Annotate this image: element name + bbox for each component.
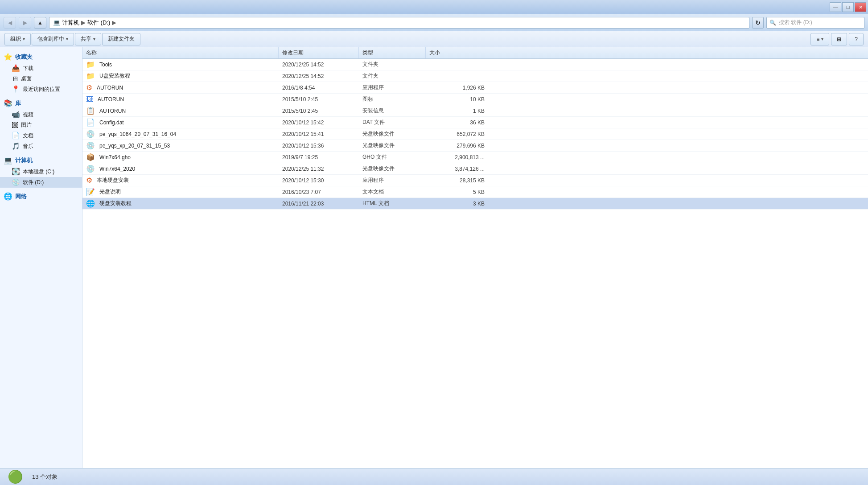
sidebar-item-docs[interactable]: 📄 文档 [0,130,82,141]
refresh-button[interactable]: ↻ [752,17,764,29]
cell-size-3: 10 KB [426,94,488,105]
music-label: 音乐 [23,143,33,150]
sidebar-item-videos[interactable]: 📹 视频 [0,109,82,120]
help-button[interactable]: ? [849,33,864,45]
local-c-label: 本地磁盘 (C:) [23,168,54,176]
cell-name-2: ⚙ AUTORUN [82,82,279,93]
cell-size-7: 279,696 KB [426,140,488,151]
sidebar-section-library: 📚 库 📹 视频 🖼 图片 📄 文档 🎵 音乐 [0,97,82,152]
cell-size-11: 5 KB [426,186,488,197]
new-folder-button[interactable]: 新建文件夹 [102,33,140,45]
cell-type-2: 应用程序 [359,82,426,93]
breadcrumb-drive[interactable]: 软件 (D:) [87,19,110,27]
col-header-name[interactable]: 名称 [82,47,279,58]
view-dropdown-icon: ▾ [821,37,823,41]
images-label: 图片 [21,121,32,129]
sidebar-item-software-d[interactable]: 💿 软件 (D:) [0,177,82,188]
forward-button[interactable]: ▶ [19,17,31,29]
table-row[interactable]: 💿 pe_yqs_1064_20_07_31_16_04 2020/10/12 … [82,128,868,140]
cell-date-3: 2015/5/10 2:45 [279,94,359,105]
cell-date-2: 2016/1/8 4:54 [279,82,359,93]
favorites-label: 收藏夹 [15,53,33,61]
col-header-type[interactable]: 类型 [359,47,426,58]
organize-label: 组织 [10,35,21,43]
file-icon-9: 💿 [86,164,95,173]
file-icon-3: 🖼 [86,95,93,103]
table-row[interactable]: 💿 pe_yqs_xp_20_07_31_15_53 2020/10/12 15… [82,140,868,152]
sidebar-computer-header[interactable]: 💻 计算机 [0,154,82,166]
file-list-header: 名称 修改日期 类型 大小 [82,47,868,59]
recent-icon: 📍 [12,85,20,93]
change-view-button[interactable]: ⊞ [831,33,847,45]
up-button[interactable]: ▲ [34,17,46,29]
table-row[interactable]: 📁 U盘安装教程 2020/12/25 14:52 文件夹 [82,70,868,82]
close-button[interactable]: ✕ [855,2,866,12]
sidebar-item-recent[interactable]: 📍 最近访问的位置 [0,84,82,95]
include-library-label: 包含到库中 [37,35,64,43]
breadcrumb-sep-1: ▶ [81,19,86,26]
share-button[interactable]: 共享 ▾ [75,33,101,45]
breadcrumb[interactable]: 💻 计算机 ▶ 软件 (D:) ▶ [49,17,749,29]
file-icon-1: 📁 [86,72,95,80]
new-folder-label: 新建文件夹 [108,35,135,43]
maximize-button[interactable]: □ [842,2,854,12]
cell-size-4: 1 KB [426,105,488,116]
file-name-11: 光盘说明 [99,188,121,196]
table-row[interactable]: 💿 Win7x64_2020 2020/12/25 11:32 光盘映像文件 3… [82,163,868,175]
table-row[interactable]: ⚙ AUTORUN 2016/1/8 4:54 应用程序 1,926 KB [82,82,868,94]
main-layout: ⭐ 收藏夹 📥 下载 🖥 桌面 📍 最近访问的位置 📚 库 [0,47,868,468]
file-icon-2: ⚙ [86,83,92,92]
table-row[interactable]: 🌐 硬盘安装教程 2016/11/21 22:03 HTML 文档 3 KB [82,198,868,210]
share-label: 共享 [81,35,91,43]
col-header-size[interactable]: 大小 [426,47,488,58]
file-list-area: 名称 修改日期 类型 大小 📁 Tools 2020/12/25 14:52 文… [82,47,868,468]
include-library-button[interactable]: 包含到库中 ▾ [32,33,74,45]
cell-name-12: 🌐 硬盘安装教程 [82,198,279,209]
images-icon: 🖼 [12,121,18,129]
status-app-icon: 🟢 [7,469,23,485]
view-icon: ≡ [816,36,819,42]
refresh-icon: ↻ [755,19,761,26]
file-name-6: pe_yqs_1064_20_07_31_16_04 [99,131,176,137]
share-dropdown-icon: ▾ [93,37,95,41]
status-count: 13 个对象 [32,473,58,481]
sidebar-item-images[interactable]: 🖼 图片 [0,120,82,130]
sidebar-item-desktop[interactable]: 🖥 桌面 [0,74,82,84]
cell-size-12: 3 KB [426,198,488,209]
col-header-date[interactable]: 修改日期 [279,47,359,58]
downloads-label: 下载 [23,65,33,72]
table-row[interactable]: 📄 Config.dat 2020/10/12 15:42 DAT 文件 36 … [82,117,868,128]
sidebar-item-local-c[interactable]: 💽 本地磁盘 (C:) [0,166,82,177]
back-button[interactable]: ◀ [4,17,16,29]
file-icon-11: 📝 [86,188,95,196]
sidebar-item-downloads[interactable]: 📥 下载 [0,63,82,74]
file-icon-6: 💿 [86,130,95,138]
sidebar-section-favorites: ⭐ 收藏夹 📥 下载 🖥 桌面 📍 最近访问的位置 [0,51,82,95]
cell-size-5: 36 KB [426,117,488,128]
cell-name-7: 💿 pe_yqs_xp_20_07_31_15_53 [82,140,279,151]
sidebar-item-music[interactable]: 🎵 音乐 [0,141,82,152]
sidebar-favorites-header[interactable]: ⭐ 收藏夹 [0,51,82,63]
forward-icon: ▶ [23,20,27,26]
cell-date-5: 2020/10/12 15:42 [279,117,359,128]
breadcrumb-computer[interactable]: 计算机 [62,19,79,27]
cell-size-10: 28,315 KB [426,175,488,186]
sidebar-library-header[interactable]: 📚 库 [0,97,82,109]
file-name-8: Win7x64.gho [99,154,131,160]
computer-header-icon: 💻 [4,156,12,164]
cell-type-11: 文本文档 [359,186,426,197]
table-row[interactable]: 📦 Win7x64.gho 2019/9/7 19:25 GHO 文件 2,90… [82,152,868,163]
sidebar-network-header[interactable]: 🌐 网络 [0,190,82,202]
search-box[interactable]: 🔍 搜索 软件 (D:) [766,17,864,29]
table-row[interactable]: ⚙ 本地硬盘安装 2020/10/12 15:30 应用程序 28,315 KB [82,175,868,186]
table-row[interactable]: 🖼 AUTORUN 2015/5/10 2:45 图标 10 KB [82,94,868,105]
table-row[interactable]: 📋 AUTORUN 2015/5/10 2:45 安装信息 1 KB [82,105,868,117]
minimize-button[interactable]: — [830,2,841,12]
view-button[interactable]: ≡ ▾ [810,33,829,45]
organize-button[interactable]: 组织 ▾ [4,33,31,45]
table-row[interactable]: 📝 光盘说明 2016/10/23 7:07 文本文档 5 KB [82,186,868,198]
table-row[interactable]: 📁 Tools 2020/12/25 14:52 文件夹 [82,59,868,70]
search-placeholder: 搜索 软件 (D:) [779,19,812,26]
include-library-dropdown-icon: ▾ [66,37,68,41]
cell-size-8: 2,900,813 ... [426,152,488,163]
